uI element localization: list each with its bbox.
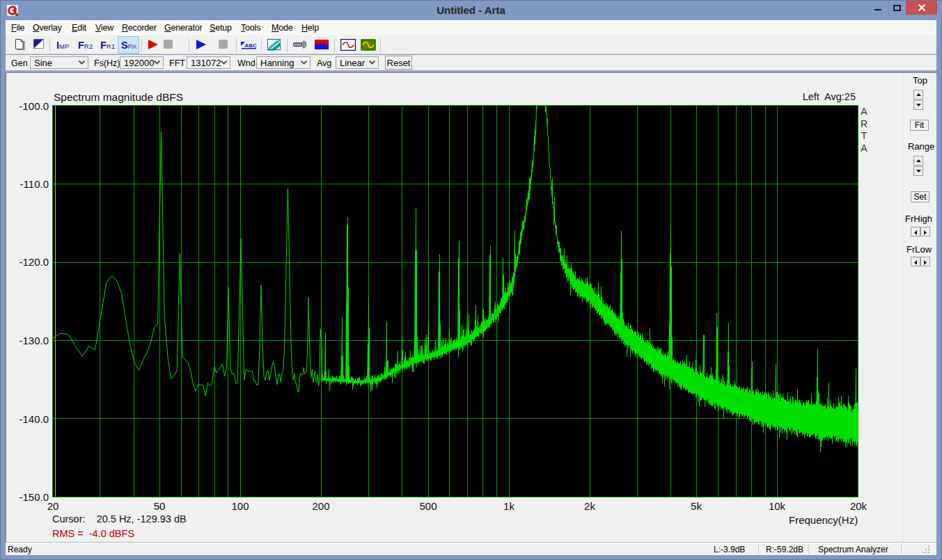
svg-text:ABC: ABC <box>245 42 258 49</box>
